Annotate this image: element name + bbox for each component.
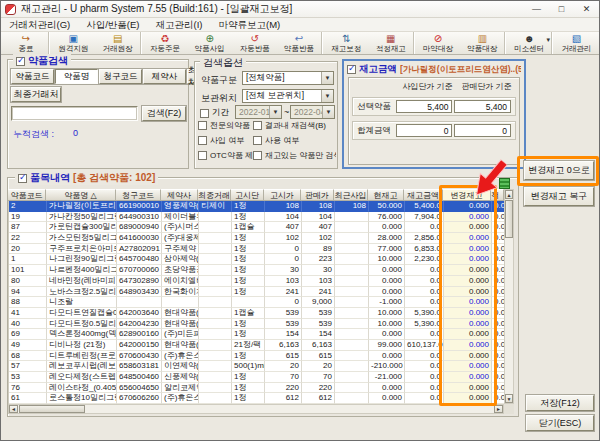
search-button[interactable]: 검색(F2)	[142, 106, 186, 121]
change-stock-cell[interactable]: 0.000	[444, 340, 492, 351]
change-stock-cell[interactable]: 0.000	[444, 222, 492, 233]
menu-item[interactable]: 마약류보고(M)	[211, 18, 289, 32]
table-row[interactable]: 22 가스모틴정5밀리그램(5 641600030 (주)대웅제 1정 102 …	[9, 233, 504, 244]
search-mode-tab[interactable]: 제약사	[143, 69, 186, 84]
table-row[interactable]: 69 덱스론정400mg(덱시부프 628900160 (주)미든파 1정 15…	[9, 329, 504, 340]
drug-type-select[interactable]: [전체약품]▼	[242, 71, 334, 85]
change-stock-cell[interactable]: 0.000	[444, 254, 492, 265]
change-stock-cell[interactable]: 0.000	[444, 244, 492, 255]
change-stock-cell[interactable]: 0.000	[444, 393, 492, 404]
vertical-scroll-thumb[interactable]	[505, 200, 513, 238]
change-stock-cell[interactable]: 0.000	[444, 297, 492, 308]
table-row[interactable]: 49 디비나정 (21정) 642000150 현대약품(주 21정/팩 6,1…	[9, 340, 504, 351]
change-stock-cell[interactable]: 0.000	[444, 212, 492, 223]
scroll-right-icon[interactable]: ►	[494, 405, 503, 413]
excel-export-icon[interactable]	[499, 178, 510, 189]
search-mode-tab[interactable]: 청구코드	[99, 69, 142, 84]
close-esc-button[interactable]: 닫기(ESC)	[526, 415, 594, 431]
toolbar-button[interactable]: ↺ 자동반품	[232, 32, 277, 54]
table-row[interactable]: 101 나르펜정400밀리그램(C 670700060 초당약품공 1정 30 …	[9, 265, 504, 276]
toolbar-button[interactable]: ⊕ 약품사입	[187, 32, 232, 54]
col-header-manufacturer[interactable]: 제약사	[161, 189, 198, 201]
toolbar-button[interactable]: ▣ 원격지원	[51, 32, 96, 54]
col-header-stock-amount[interactable]: 재고금액	[404, 189, 443, 201]
dropdown-arrow-icon[interactable]: ▾	[547, 36, 551, 44]
change-stock-cell[interactable]: 0.000	[444, 265, 492, 276]
col-header-change-stock[interactable]: 변경재고	[443, 189, 491, 201]
col-header-last-trader[interactable]: 최종거래	[198, 189, 231, 201]
search-mode-tab[interactable]: 약품코드	[11, 69, 54, 84]
toolbar-button[interactable]: ▧ 거래관리	[554, 32, 599, 54]
change-stock-cell[interactable]: 0.000	[444, 287, 492, 298]
chevron-down-icon[interactable]: ▼	[321, 90, 333, 102]
table-row[interactable]: 1 나그린정90밀리그램(나 645700480 삼아제약(주 1정 0 223…	[9, 254, 504, 265]
menu-item[interactable]: 재고관리(I)	[148, 18, 211, 32]
col-header-optimal[interactable]: 적	[491, 189, 504, 201]
toolbar-button[interactable]: ▥ 약품대장	[460, 32, 505, 54]
table-row[interactable]: 57 레보코푸시럽(레보드로 658603181 이연제약(주 500(1)mL…	[9, 361, 504, 372]
table-row[interactable]: 94 노바스크정2.5밀리그램 648903430 한국화이자 1정 241 2…	[9, 287, 504, 298]
change-stock-cell[interactable]: 0.000	[444, 233, 492, 244]
table-row[interactable]: 76 레이스타정_(0.4054g/1 656004650 알리코제약 1정 2…	[9, 383, 504, 394]
minimize-button[interactable]: —	[524, 1, 549, 17]
col-header-claim-code[interactable]: 청구코드	[116, 189, 161, 201]
change-stock-cell[interactable]: 0.000	[444, 329, 492, 340]
toolbar-button[interactable]: ↪ 종료	[4, 32, 49, 54]
table-row[interactable]: 20 구주프로치온아미드정2 A27802091 구주제약 1정 0 89 77…	[9, 244, 504, 255]
option-checkbox[interactable]: 사입 여부	[198, 135, 253, 146]
change-stock-cell[interactable]: 0.000	[444, 361, 492, 372]
table-row[interactable]: 87 가로틴캡슐300밀리그램 689000940 (주)시머스 1캡슐 407…	[9, 222, 504, 233]
search-mode-tab[interactable]: 약품명	[55, 69, 98, 84]
toolbar-button[interactable]: ♻ 자동주문	[143, 32, 188, 54]
chevron-down-icon[interactable]: ▼	[321, 72, 333, 84]
horizontal-scroll-thumb[interactable]	[19, 405, 85, 413]
table-row[interactable]: 40 다모다트정0.5밀리그램 642004230 현대약품(주 1정 539 …	[9, 319, 504, 330]
change-stock-cell[interactable]: 0.000	[444, 201, 492, 212]
col-header-notice-price[interactable]: 고시가	[264, 189, 301, 201]
option-checkbox[interactable]: 재고있는 약품만 검색	[253, 150, 336, 161]
option-checkbox[interactable]: 전문의약품	[198, 120, 253, 131]
table-row[interactable]: 68 디트루베린정(프로피베 670600430 (주)휴온스 1정 615 6…	[9, 351, 504, 362]
table-row[interactable]: 19 가나칸정50밀리그램(미 644900310 제이더블유 1정 104 1…	[9, 212, 504, 223]
col-header-drug-code[interactable]: 약품코드	[8, 189, 46, 201]
col-header-drug-name[interactable]: 약품명 △	[46, 189, 116, 201]
checkbox-icon[interactable]	[347, 65, 356, 74]
table-row[interactable]: 80 네바민정(레바미피드)_ 647302890 에이치엘비 1정 103 1…	[9, 276, 504, 287]
option-checkbox[interactable]: 사용 여부	[253, 135, 336, 146]
period-from-select[interactable]: 2022-01-15▼	[235, 105, 282, 119]
scroll-up-icon[interactable]: ▲	[505, 190, 513, 199]
scroll-left-icon[interactable]: ◄	[9, 405, 18, 413]
table-row[interactable]: 61 로스톨정10밀리그램(로 670606260 (주)휴온스 1정 612 …	[9, 393, 504, 404]
col-header-notice-unit[interactable]: 고시단	[231, 189, 264, 201]
change-stock-cell[interactable]: 0.000	[444, 372, 492, 383]
change-stock-cell[interactable]: 0.000	[444, 319, 492, 330]
table-row[interactable]: 88 니조랄 0 9,000 -1.000 0.0 0.000 0.0	[9, 297, 504, 308]
toolbar-button[interactable]: ▦ 적정재고	[369, 32, 414, 54]
change-stock-zero-button[interactable]: 변경재고 0으로	[524, 161, 594, 180]
change-stock-cell[interactable]: 0.000	[444, 351, 492, 362]
toolbar-button[interactable]: ↩ 약품반품	[277, 32, 322, 54]
change-stock-cell[interactable]: 0.000	[444, 383, 492, 394]
save-button[interactable]: 저장(F12)	[526, 395, 594, 411]
option-checkbox[interactable]: 결과내 재검색(B)	[253, 120, 336, 131]
table-row[interactable]: 2 가나릴정(이토프리드염 661900010 영풍제약(주 티제이 1정 10…	[9, 201, 504, 212]
toolbar-button[interactable]: ▤ 거래원장	[96, 32, 141, 54]
toolbar-button[interactable]: ⇅ 재고보정	[324, 32, 369, 54]
search-input[interactable]	[11, 106, 138, 121]
checkbox-icon[interactable]	[18, 174, 27, 183]
col-header-sale-price[interactable]: 판매가	[301, 189, 334, 201]
col-header-last-purchase[interactable]: 최근사입	[334, 189, 368, 201]
maximize-button[interactable]: □	[549, 1, 574, 17]
close-button[interactable]: ✕	[574, 1, 599, 17]
menu-item[interactable]: 거래처관리(G)	[1, 18, 78, 32]
period-checkbox[interactable]: 기간	[200, 107, 229, 119]
toolbar-button[interactable]: ⊘ 마약대장	[416, 32, 461, 54]
change-stock-cell[interactable]: 0.000	[444, 276, 492, 287]
option-checkbox[interactable]: OTC약품 제외	[198, 150, 253, 161]
period-to-select[interactable]: 2022-04-15▼	[290, 105, 335, 119]
col-header-current-stock[interactable]: 현재고	[368, 189, 404, 201]
location-select[interactable]: [전체 보관위치]▼	[242, 89, 334, 103]
menu-item[interactable]: 사입/반품(E)	[78, 18, 147, 32]
search-mode-tab-last-trader[interactable]: 최종거래처	[11, 87, 61, 102]
vertical-scrollbar[interactable]: ▲ ▼	[504, 189, 514, 404]
